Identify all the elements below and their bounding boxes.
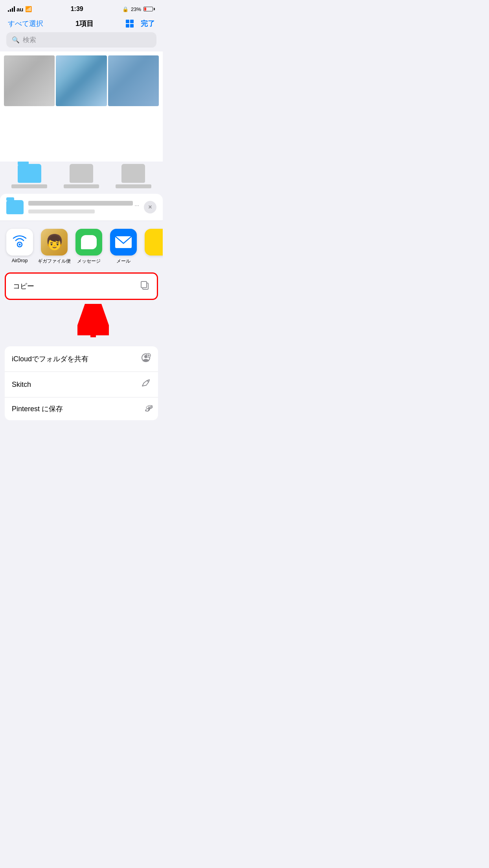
share-title-dots: ...	[134, 201, 139, 207]
copy-action-label: コピー	[13, 281, 34, 291]
share-sheet: ... × AirDrop	[0, 194, 163, 420]
folder-label	[116, 184, 151, 188]
share-header-text: ...	[28, 201, 139, 213]
folder-icon	[18, 164, 41, 183]
share-close-button[interactable]: ×	[144, 201, 156, 213]
folder-item[interactable]	[108, 164, 159, 188]
airdrop-waves-svg	[9, 232, 30, 252]
folder-icon-blurred	[121, 164, 145, 183]
folder-row	[0, 162, 163, 191]
action-list: iCloudでフォルダを共有 Skitch	[5, 346, 158, 420]
search-input[interactable]: 検索	[23, 35, 36, 44]
share-header: ... ×	[0, 194, 163, 221]
copy-action-highlighted[interactable]: コピー	[5, 272, 158, 300]
message-label: メッセージ	[77, 258, 101, 265]
icloud-action-item[interactable]: iCloudでフォルダを共有	[5, 346, 158, 372]
photo-item[interactable]	[108, 55, 159, 106]
carrier-label: au	[17, 6, 24, 13]
battery-percentage: 23%	[131, 6, 141, 12]
search-icon: 🔍	[12, 36, 20, 44]
giga-emoji: 👦	[45, 235, 64, 250]
status-carrier: au 📶	[8, 6, 32, 13]
app-icon-item-airdrop[interactable]: AirDrop	[6, 229, 33, 265]
photo-item[interactable]	[4, 55, 55, 106]
grid-view-button[interactable]	[126, 20, 134, 28]
nav-right-controls: 完了	[126, 19, 155, 28]
copy-icon	[140, 280, 150, 292]
battery-icon	[143, 7, 155, 11]
share-folder-icon	[6, 200, 24, 214]
skitch-icon	[141, 378, 151, 391]
skitch-action-item[interactable]: Skitch	[5, 372, 158, 397]
app-icon-item-note[interactable]	[145, 229, 163, 265]
pinterest-action-label: Pinterest に保存	[12, 404, 63, 414]
folder-icon-blurred	[70, 164, 93, 183]
mail-svg	[114, 235, 132, 249]
wifi-icon: 📶	[25, 6, 32, 12]
pinterest-action-item[interactable]: Pinterest に保存 𝒫	[5, 397, 158, 420]
giga-icon: 👦	[41, 229, 68, 256]
folder-label	[64, 184, 99, 188]
search-bar[interactable]: 🔍 検索	[6, 32, 156, 48]
svg-point-1	[19, 244, 21, 246]
icloud-icon	[141, 353, 151, 365]
mail-icon	[110, 229, 137, 256]
app-icon-item-message[interactable]: メッセージ	[75, 229, 102, 265]
airdrop-label: AirDrop	[12, 258, 28, 263]
svg-rect-4	[141, 281, 147, 288]
red-arrow-svg	[77, 304, 109, 339]
red-arrow-container	[0, 304, 163, 342]
signal-icon	[8, 6, 15, 12]
pinterest-icon: 𝒫	[145, 404, 151, 414]
folder-item[interactable]	[56, 164, 107, 188]
select-all-button[interactable]: すべて選択	[8, 19, 43, 28]
nav-bar: すべて選択 1項目 完了	[0, 16, 163, 32]
status-bar: au 📶 1:39 🔒 23%	[0, 0, 163, 16]
skitch-action-label: Skitch	[12, 381, 31, 389]
status-battery-area: 🔒 23%	[122, 6, 155, 12]
status-time: 1:39	[71, 6, 83, 13]
notepad-icon	[145, 229, 163, 256]
photo-item[interactable]	[56, 55, 107, 106]
giga-label: ギガファイル便	[38, 258, 71, 265]
message-bubble	[81, 235, 97, 249]
notepad-lines	[154, 231, 162, 254]
page-title: 1項目	[75, 19, 94, 28]
done-button[interactable]: 完了	[141, 19, 155, 28]
folder-label	[11, 184, 47, 188]
share-subtitle-blurred	[28, 210, 95, 213]
folder-item[interactable]	[4, 164, 55, 188]
airdrop-icon	[6, 229, 33, 256]
app-icon-item-mail[interactable]: メール	[110, 229, 137, 265]
share-title-blurred	[28, 201, 133, 206]
message-icon	[75, 229, 102, 256]
lock-icon: 🔒	[122, 6, 129, 12]
app-icons-row: AirDrop 👦 ギガファイル便 メッセージ	[0, 221, 163, 268]
photo-grid	[0, 51, 163, 162]
icloud-action-label: iCloudでフォルダを共有	[12, 354, 88, 364]
copy-action-item[interactable]: コピー	[6, 274, 157, 299]
app-icon-item-giga[interactable]: 👦 ギガファイル便	[41, 229, 68, 265]
mail-label: メール	[116, 258, 131, 265]
